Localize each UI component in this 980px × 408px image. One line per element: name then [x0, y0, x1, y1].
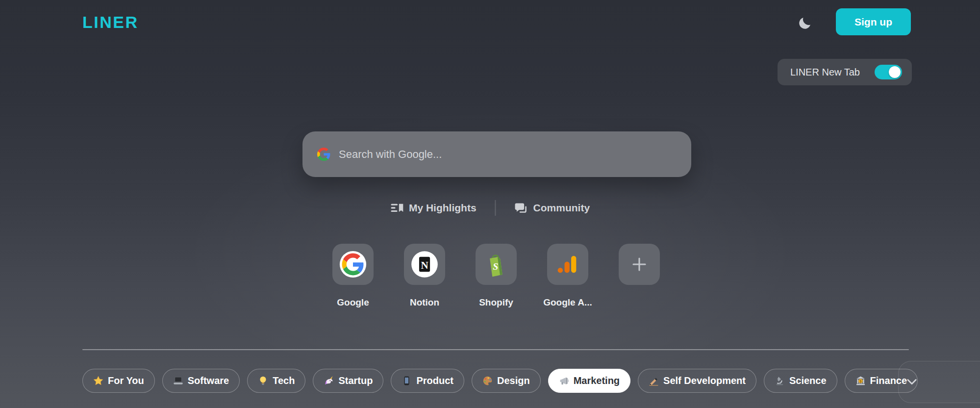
- bank-icon: $: [855, 376, 866, 386]
- shortcut-shopify[interactable]: S Shopify: [476, 244, 517, 308]
- category-label: Design: [497, 375, 530, 386]
- google-tile[interactable]: [332, 244, 374, 285]
- star-icon: [93, 376, 103, 386]
- highlights-icon: [390, 202, 403, 215]
- new-tab-toggle-label: LINER New Tab: [790, 67, 875, 78]
- dark-mode-toggle-button[interactable]: [795, 13, 815, 33]
- shopify-tile[interactable]: S: [476, 244, 517, 285]
- category-pill-for-you[interactable]: For You: [82, 369, 155, 393]
- shortcut-google-analytics[interactable]: Google A...: [547, 244, 588, 308]
- unicorn-icon: [324, 376, 334, 386]
- toggle-knob: [889, 66, 901, 78]
- category-label: Marketing: [574, 375, 620, 386]
- category-label: Self Development: [663, 375, 746, 386]
- notion-tile[interactable]: N: [404, 244, 445, 285]
- tab-my-highlights-label: My Highlights: [409, 202, 477, 214]
- svg-text:$: $: [859, 380, 861, 383]
- search-input[interactable]: [339, 148, 677, 161]
- add-shortcut[interactable]: [619, 244, 660, 308]
- category-pill-startup[interactable]: Startup: [313, 369, 383, 393]
- shopify-logo-icon: S: [482, 251, 510, 278]
- category-pill-software[interactable]: Software: [162, 369, 240, 393]
- sign-up-button[interactable]: Sign up: [836, 8, 911, 35]
- category-label: Tech: [273, 375, 295, 386]
- google-logo-icon: [339, 251, 367, 278]
- category-label: For You: [108, 375, 144, 386]
- palette-icon: [482, 376, 493, 386]
- shortcut-notion[interactable]: N Notion: [404, 244, 445, 308]
- phone-icon: [402, 376, 412, 386]
- shortcut-label: Google A...: [543, 297, 592, 308]
- category-pills-row: For You Software Tech: [82, 369, 918, 393]
- lightbulb-icon: [258, 376, 268, 386]
- shortcut-label: Notion: [410, 297, 439, 308]
- google-logo-icon: [317, 148, 330, 161]
- liner-logo[interactable]: LINER: [82, 13, 139, 32]
- category-label: Science: [789, 375, 827, 386]
- moon-icon: [798, 16, 812, 30]
- category-pill-tech[interactable]: Tech: [247, 369, 305, 393]
- plus-icon: [631, 256, 648, 273]
- category-pill-self-development[interactable]: Self Development: [638, 369, 756, 393]
- category-label: Software: [188, 375, 229, 386]
- add-shortcut-tile[interactable]: [619, 244, 660, 285]
- category-pill-marketing[interactable]: Marketing: [548, 369, 630, 393]
- shortcut-label: Google: [337, 297, 369, 308]
- more-categories-panel: [898, 361, 980, 403]
- shortcut-google[interactable]: Google: [332, 244, 374, 308]
- category-pill-design[interactable]: Design: [472, 369, 541, 393]
- tabs-divider: [495, 200, 496, 216]
- microscope-icon: [775, 376, 785, 386]
- category-label: Product: [416, 375, 453, 386]
- svg-text:N: N: [421, 259, 428, 271]
- megaphone-icon: [559, 376, 569, 386]
- tab-community-label: Community: [533, 202, 590, 214]
- svg-text:S: S: [493, 261, 498, 272]
- writing-hand-icon: [649, 376, 659, 386]
- new-tab-toggle-switch[interactable]: [875, 65, 902, 79]
- view-tabs: My Highlights Community: [390, 199, 590, 217]
- community-icon: [515, 202, 528, 215]
- header: LINER Sign up: [0, 0, 980, 47]
- shortcut-label: Shopify: [479, 297, 513, 308]
- tab-community[interactable]: Community: [515, 202, 590, 215]
- category-pill-science[interactable]: Science: [764, 369, 837, 393]
- chevron-down-icon[interactable]: [905, 375, 919, 388]
- categories-divider: [82, 349, 909, 350]
- notion-logo-icon: N: [411, 251, 438, 278]
- category-pill-product[interactable]: Product: [391, 369, 464, 393]
- liner-new-tab-pill: LINER New Tab: [778, 59, 912, 85]
- google-search-bar[interactable]: [302, 131, 691, 177]
- google-analytics-tile[interactable]: [547, 244, 588, 285]
- laptop-icon: [173, 376, 183, 386]
- shortcuts-row: Google N Notion S S: [332, 244, 660, 308]
- category-label: Startup: [338, 375, 373, 386]
- google-analytics-logo-icon: [555, 252, 580, 277]
- tab-my-highlights[interactable]: My Highlights: [390, 202, 477, 215]
